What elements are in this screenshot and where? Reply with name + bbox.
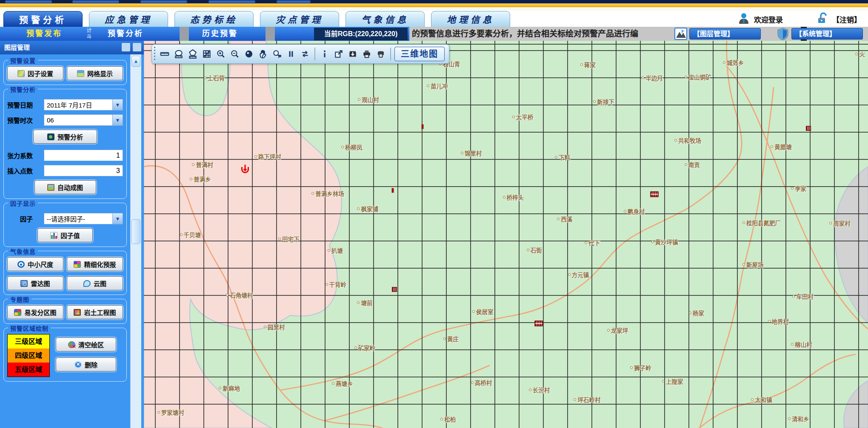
button-label: 因子设置	[28, 69, 53, 78]
main-tab[interactable]: 应急管理	[89, 11, 168, 27]
nav-separator	[266, 27, 275, 41]
warning-date-select[interactable]: 2011年 7月17日 ▼	[44, 99, 123, 111]
button-label: 自动成图	[57, 183, 83, 192]
hazard-marker	[534, 321, 542, 326]
system-manage-button[interactable]: 【系统管理】	[791, 28, 863, 40]
main-tab[interactable]: 预警分析	[3, 11, 83, 27]
main-tab[interactable]: 地理信息	[431, 11, 510, 27]
main-tabs: 预警分析应急管理态势标绘灾点管理气象信息地理信息	[3, 11, 517, 27]
time-label: 预警时次	[7, 116, 44, 125]
sidebar-header: 图层管理	[0, 41, 144, 54]
group-weather-info: 气象信息 中小尺度 精细化预报 雷达图	[3, 251, 127, 295]
pan-hand-icon[interactable]	[257, 48, 269, 60]
unlock-icon	[817, 12, 828, 26]
geotechnical-map-icon	[74, 309, 81, 316]
sidebar-close-button[interactable]	[133, 43, 141, 51]
group-title: 因子显示	[8, 199, 38, 207]
cloud-chart-button[interactable]: 云图	[67, 276, 123, 290]
susceptibility-zone-map-button[interactable]: 易发分区图	[7, 305, 63, 319]
zoom-window-icon[interactable]	[271, 48, 283, 60]
radar-chart-button[interactable]: 雷达图	[7, 276, 63, 290]
button-label: 网格显示	[87, 69, 113, 78]
factor-label: 因子	[20, 214, 44, 223]
browser-chip	[140, 0, 187, 3]
zoom-out-icon[interactable]	[229, 48, 241, 60]
grid-tool-icon[interactable]	[201, 48, 213, 60]
auto-plot-button[interactable]: 自动成图	[34, 180, 96, 194]
fine-forecast-button[interactable]: 精细化预报	[67, 257, 123, 271]
date-value: 2011年 7月17日	[47, 100, 92, 109]
map-canvas[interactable]: 上石背石山青苗儿冲观山村蒋家城郊乡半边月宝山铜矿火新排下太平桥杨柳凤锦里村下料共…	[144, 41, 868, 428]
export-icon[interactable]	[333, 48, 345, 60]
marquee-band: 的预警信息进行多要素分析，并结合相关标绘对预警产品进行编 【图层管理】 【系统管…	[409, 27, 868, 41]
browser-chip	[277, 0, 311, 3]
tension-label: 张力系数	[7, 151, 44, 160]
print-icon[interactable]	[361, 48, 373, 60]
measure-area-polygon-icon[interactable]	[187, 48, 199, 60]
factor-select[interactable]: --请选择因子- ▼	[44, 213, 123, 224]
save-icon[interactable]	[347, 48, 359, 60]
chevron-down-icon[interactable]: ▼	[112, 99, 123, 110]
button-label: 云图	[94, 279, 106, 288]
zone-map-icon	[14, 309, 21, 316]
gold-divider	[0, 3, 868, 7]
geotechnical-map-button[interactable]: 岩土工程图	[67, 305, 123, 319]
scrollbar-up-arrow[interactable]: ▲	[131, 56, 140, 67]
sub-nav-bar: 预警发布 计斗 预警分析 历史预警 当前RGB:(220,220,220) 的预…	[0, 27, 868, 41]
insert-points-label: 插入点数	[7, 166, 44, 175]
delete-button[interactable]: ✕ 删除	[56, 357, 116, 371]
layer-manage-button[interactable]: 【图层管理】	[689, 28, 761, 40]
nav-item-warning-analysis[interactable]: 预警分析	[98, 27, 153, 41]
chevron-down-icon[interactable]: ▼	[112, 213, 123, 224]
group-title: 专题图	[8, 295, 31, 303]
group-title: 预警设置	[8, 56, 38, 65]
nav-item-warning-publish[interactable]: 预警发布	[6, 27, 83, 41]
button-label: 易发分区图	[24, 308, 56, 317]
measure-distance-icon[interactable]	[159, 48, 171, 60]
warning-analysis-button[interactable]: 预警分析	[33, 130, 97, 144]
meso-scale-button[interactable]: 中小尺度	[7, 257, 63, 271]
refresh-icon[interactable]	[299, 48, 311, 60]
main-tab[interactable]: 气象信息	[345, 11, 425, 27]
group-thematic-map: 专题图 易发分区图 岩土工程图	[3, 299, 127, 324]
marquee-text: 的预警信息进行多要素分析，并结合相关标绘对预警产品进行编	[412, 27, 638, 41]
sidebar-panel: 预警设置 因子设置 网格显示 预警分析 预警日期	[0, 54, 130, 428]
button-label: 删除	[85, 360, 97, 369]
clear-drawn-region-button[interactable]: 清空绘区	[56, 337, 116, 351]
full-extent-icon[interactable]	[243, 48, 255, 60]
tension-coefficient-input[interactable]: 1	[44, 150, 123, 161]
date-label: 预警日期	[7, 100, 44, 109]
welcome-text: 欢迎登录	[754, 14, 783, 25]
pause-icon[interactable]	[285, 48, 297, 60]
nav-item-history-warning[interactable]: 历史预警	[192, 27, 248, 41]
grid-display-button[interactable]: 网格显示	[67, 66, 123, 80]
nav-separator	[180, 27, 189, 41]
hazard-marker	[392, 188, 394, 193]
main-tab[interactable]: 态势标绘	[174, 11, 254, 27]
button-label: 岩土工程图	[84, 308, 116, 317]
insert-points-input[interactable]: 3	[44, 165, 123, 176]
current-rgb-readout: 当前RGB:(220,220,220)	[314, 28, 408, 40]
print-preview-icon[interactable]	[375, 48, 387, 60]
identify-icon[interactable]	[319, 48, 331, 60]
button-label: 精细化预报	[84, 260, 116, 269]
hazard-marker	[650, 191, 658, 197]
compass-icon	[17, 261, 25, 268]
main-tab[interactable]: 灾点管理	[260, 11, 339, 27]
warning-level-legend: 三级区域 四级区域 五级区域	[7, 334, 50, 377]
factor-settings-button[interactable]: 因子设置	[7, 66, 63, 80]
warning-time-select[interactable]: 06 ▼	[44, 114, 123, 126]
sidebar-scrollbar[interactable]: ▲	[130, 54, 141, 428]
factor-settings-icon	[17, 70, 25, 77]
factor-value-button[interactable]: 因子值	[37, 228, 93, 242]
sidebar-minimize-button[interactable]	[122, 43, 130, 51]
user-icon	[738, 12, 750, 26]
toolbar-drag-handle[interactable]	[154, 47, 156, 61]
chevron-down-icon[interactable]: ▼	[112, 115, 123, 125]
warning-analysis-icon	[47, 133, 54, 140]
scrollbar-thumb[interactable]	[131, 219, 140, 244]
zoom-in-icon[interactable]	[215, 48, 227, 60]
logout-button[interactable]: 【注销】	[832, 14, 861, 25]
map-3d-button[interactable]: 三维地图	[394, 47, 445, 61]
measure-area-ellipse-icon[interactable]	[173, 48, 185, 60]
